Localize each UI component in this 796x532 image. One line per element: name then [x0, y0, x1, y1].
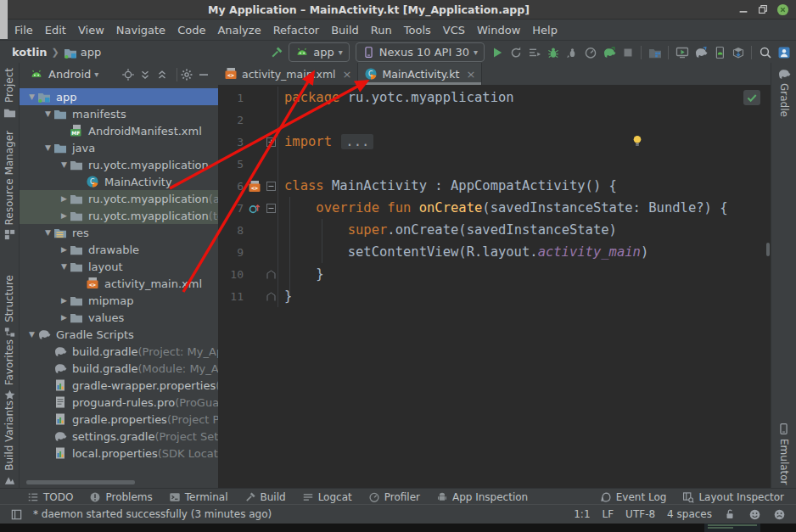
menu-window[interactable]: Window [471, 24, 526, 36]
apply-changes-button[interactable] [507, 43, 524, 62]
tool-strip-tab-resource-manager[interactable]: Resource Manager [0, 131, 19, 241]
sync-project-button[interactable] [600, 43, 618, 62]
attach-debugger-button[interactable] [563, 43, 580, 62]
vertical-scrollbar[interactable] [766, 243, 770, 256]
toolwindow-button-event-log[interactable]: Event Log [600, 491, 667, 503]
feedback-sad-icon[interactable] [773, 508, 786, 521]
minimize-button[interactable] [737, 3, 749, 15]
menu-help[interactable]: Help [526, 24, 563, 36]
device-manager-button[interactable] [710, 43, 728, 62]
chevron-down-icon[interactable]: ▼ [26, 92, 37, 101]
tool-strip-tab-project[interactable]: Project [0, 68, 19, 119]
hide-panel-button[interactable] [198, 65, 215, 84]
editor-body[interactable]: 1package ru.yotc.myapplication23import .… [218, 85, 771, 489]
tool-strip-tab-build-variants[interactable]: Build Variants [0, 400, 19, 487]
toolwindow-button-logcat[interactable]: Logcat [302, 491, 352, 503]
tree-item-res[interactable]: ▼res [20, 224, 218, 241]
collapse-all-button[interactable] [156, 65, 173, 84]
menu-tools[interactable]: Tools [398, 24, 437, 36]
locate-file-button[interactable] [122, 65, 139, 84]
menu-edit[interactable]: Edit [39, 24, 72, 36]
tree-item-proguard-rules-pro[interactable]: proguard-rules.pro (ProGuar [20, 394, 218, 411]
device-file-explorer-button[interactable] [646, 43, 664, 62]
line-separator-widget[interactable]: LF [603, 508, 614, 520]
run-configuration-select[interactable]: app▾ [289, 42, 350, 62]
sdk-manager-button[interactable] [729, 43, 747, 62]
tree-item-ru-yotc-myapplication[interactable]: ▶ru.yotc.myapplication (tes [20, 207, 218, 224]
stop-button[interactable] [619, 43, 636, 62]
restore-button[interactable] [757, 3, 769, 15]
tree-item-local-properties[interactable]: local.properties (SDK Locatio [20, 445, 218, 462]
tree-item-ru-yotc-myapplication[interactable]: ▶ru.yotc.myapplication (an [20, 190, 218, 207]
encoding-widget[interactable]: UTF-8 [625, 508, 655, 520]
expand-all-button[interactable] [139, 65, 156, 84]
chevron-down-icon[interactable]: ▼ [42, 228, 53, 237]
toolwindow-button-app-inspection[interactable]: App Inspection [436, 491, 528, 503]
override-icon[interactable] [248, 202, 261, 215]
chevron-right-icon[interactable]: ▶ [59, 194, 70, 203]
tree-item-settings-gradle[interactable]: settings.gradle (Project Setti [20, 428, 218, 445]
debug-button[interactable] [544, 43, 562, 62]
menu-navigate[interactable]: Navigate [110, 24, 171, 36]
menu-build[interactable]: Build [325, 24, 365, 36]
tree-item-activity-main-xml[interactable]: <>activity_main.xml [20, 275, 218, 292]
tree-item-java[interactable]: ▼java [20, 139, 218, 156]
horizontal-scrollbar[interactable] [26, 480, 135, 484]
toolwindow-button-problems[interactable]: Problems [89, 491, 152, 503]
menu-vcs[interactable]: VCS [437, 24, 471, 36]
tool-strip-tab-emulator[interactable]: Emulator [771, 423, 796, 485]
tree-item-gradle-scripts[interactable]: ▼Gradle Scripts [20, 326, 218, 343]
chevron-right-icon[interactable]: ▶ [59, 313, 70, 322]
menu-view[interactable]: View [72, 24, 110, 36]
tree-item-build-gradle[interactable]: build.gradle (Module: My_Ap [20, 360, 218, 377]
tree-item-app[interactable]: ▼app [20, 88, 218, 105]
device-select[interactable]: Nexus 10 API 30▾ [356, 42, 485, 62]
close-icon[interactable]: × [343, 68, 352, 81]
editor-tab-activity-main-xml[interactable]: <>activity_main.xml× [218, 63, 358, 85]
tree-item-drawable[interactable]: ▶drawable [20, 241, 218, 258]
fold-minus-icon[interactable] [266, 182, 276, 191]
tree-item-mipmap[interactable]: ▶mipmap [20, 292, 218, 309]
chevron-down-icon[interactable]: ▼ [26, 330, 37, 339]
menu-file[interactable]: File [8, 24, 39, 36]
tree-item-ru-yotc-myapplication[interactable]: ▼ru.yotc.myapplication [20, 156, 218, 173]
menu-analyze[interactable]: Analyze [211, 24, 266, 36]
chevron-right-icon[interactable]: ▶ [59, 245, 70, 254]
search-everywhere-button[interactable] [756, 43, 774, 62]
chevron-down-icon[interactable]: ▼ [59, 262, 70, 271]
run-button[interactable] [488, 43, 506, 62]
tree-item-layout[interactable]: ▼layout [20, 258, 218, 275]
tool-strip-tab-gradle[interactable]: Gradle [771, 67, 796, 117]
tool-strip-tab-structure[interactable]: Structure [0, 275, 19, 339]
tree-item-mainactivity[interactable]: CMainActivity [20, 173, 218, 190]
caret-position[interactable]: 1:1 [574, 508, 590, 520]
menu-code[interactable]: Code [171, 24, 211, 36]
tree-item-manifests[interactable]: ▼manifests [20, 105, 218, 122]
make-project-button[interactable] [267, 43, 285, 62]
fold-end-icon[interactable] [266, 292, 276, 301]
toolwindow-button-profiler[interactable]: Profiler [368, 491, 420, 503]
tree-item-androidmanifest-xml[interactable]: MFAndroidManifest.xml [20, 122, 218, 139]
sync-gradle-button[interactable] [692, 43, 709, 62]
toolwindow-button-build[interactable]: Build [244, 491, 286, 503]
profile-avatar-button[interactable] [775, 43, 793, 62]
chevron-right-icon[interactable]: ▶ [59, 296, 70, 305]
fold-plus-icon[interactable] [266, 137, 276, 147]
running-devices-button[interactable] [673, 43, 691, 62]
chevron-down-icon[interactable]: ▼ [42, 143, 53, 152]
breadcrumb-module[interactable]: app [64, 46, 101, 59]
fold-minus-icon[interactable] [266, 204, 276, 213]
toolwindow-button-layout-inspector[interactable]: Layout Inspector [682, 491, 784, 503]
editor-tab-mainactivity-kt[interactable]: CMainActivity.kt× [358, 63, 482, 85]
tree-item-gradle-wrapper-properties[interactable]: gradle-wrapper.properties (G [20, 377, 218, 394]
tree-item-values[interactable]: ▶values [20, 309, 218, 326]
fold-end-icon[interactable] [266, 270, 276, 279]
chevron-down-icon[interactable]: ▼ [59, 160, 70, 169]
profile-button[interactable] [581, 43, 599, 62]
indent-widget[interactable]: 4 spaces [667, 508, 712, 520]
readonly-lock-icon[interactable] [724, 508, 737, 521]
toolwindow-switcher-icon[interactable] [10, 508, 23, 521]
xml-file-icon[interactable]: <> [248, 180, 261, 193]
chevron-down-icon[interactable]: ▼ [42, 109, 53, 118]
apply-code-changes-button[interactable] [525, 43, 543, 62]
